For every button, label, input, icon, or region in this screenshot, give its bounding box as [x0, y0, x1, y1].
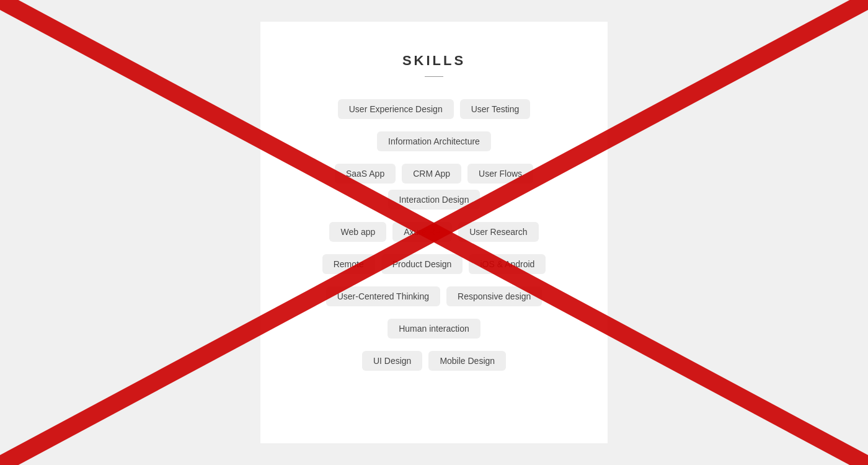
- skills-row-1: User Experience Design User Testing: [338, 99, 531, 119]
- skill-web-app: Web app: [329, 222, 386, 242]
- skill-saas-app: SaaS App: [335, 164, 396, 184]
- skill-ios-android: iOS & Android: [469, 254, 546, 274]
- skills-row-6: User-Centered Thinking Responsive design: [326, 286, 542, 306]
- skills-container: User Experience Design User Testing Info…: [298, 99, 570, 371]
- skills-row-5: Remote Product Design iOS & Android: [322, 254, 546, 274]
- skills-row-4: Web app Axure RP User Research: [329, 222, 538, 242]
- skill-axure-rp: Axure RP: [392, 222, 452, 242]
- title-divider: [425, 76, 443, 77]
- skill-user-testing: User Testing: [460, 99, 531, 119]
- skill-mobile-design: Mobile Design: [428, 351, 506, 371]
- skill-info-arch: Information Architecture: [377, 131, 491, 151]
- skill-remote: Remote: [322, 254, 375, 274]
- skill-ux-design: User Experience Design: [338, 99, 454, 119]
- skill-user-research: User Research: [458, 222, 538, 242]
- skill-ui-design: UI Design: [362, 351, 422, 371]
- card-title: SKILLS: [402, 53, 466, 69]
- skill-product-design: Product Design: [381, 254, 463, 274]
- skill-human-interaction: Human interaction: [388, 319, 480, 339]
- skills-row-7: Human interaction: [388, 319, 480, 339]
- skill-user-centered: User-Centered Thinking: [326, 286, 440, 306]
- skill-crm-app: CRM App: [402, 164, 461, 184]
- skills-row-8: UI Design Mobile Design: [362, 351, 506, 371]
- skills-row-3: SaaS App CRM App User Flows Interaction …: [298, 164, 570, 210]
- skills-card: SKILLS User Experience Design User Testi…: [260, 22, 608, 443]
- skill-responsive-design: Responsive design: [446, 286, 542, 306]
- skill-interaction-design: Interaction Design: [388, 190, 480, 210]
- skills-row-2: Information Architecture: [377, 131, 491, 151]
- skill-user-flows: User Flows: [467, 164, 533, 184]
